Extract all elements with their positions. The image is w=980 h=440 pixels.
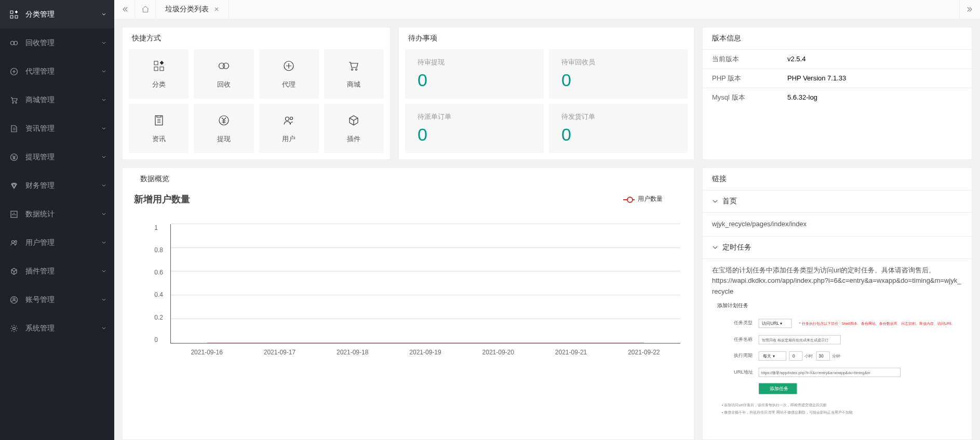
- tabs-next-button[interactable]: [959, 0, 980, 19]
- chevron-down-icon: [101, 183, 106, 188]
- svg-text:* 任务执行包含以下部分：Shell脚本、备份网站、备份数据: * 任务执行包含以下部分：Shell脚本、备份网站、备份数据库、日志切割、释放内…: [799, 322, 952, 326]
- quick-tile[interactable]: 代理: [259, 49, 319, 99]
- todo-label: 待发货订单: [561, 112, 675, 121]
- todo-tile[interactable]: 待派单订单0: [405, 104, 544, 153]
- tabs-prev-button[interactable]: [114, 0, 135, 19]
- svg-point-6: [12, 102, 14, 103]
- todo-tile[interactable]: 待审提现0: [405, 49, 544, 99]
- gear-icon: [8, 322, 20, 335]
- quick-tile-icon: [281, 59, 296, 73]
- svg-text:智慧回收 根据定期自动完成来生成提示订: 智慧回收 根据定期自动完成来生成提示订: [762, 338, 828, 342]
- svg-point-13: [13, 298, 15, 300]
- sidebar-item[interactable]: 分类管理: [0, 0, 114, 29]
- svg-point-10: [12, 240, 15, 243]
- acc-cron-label: 定时任务: [722, 243, 751, 252]
- users-icon: [8, 237, 20, 249]
- sidebar-item[interactable]: 用户管理: [0, 228, 114, 257]
- sidebar-item[interactable]: 系统管理: [0, 314, 114, 342]
- quick-tile[interactable]: 插件: [324, 104, 384, 153]
- chart-panel: 数据概览 新增用户数量 用户数量 10.80.60.40.20 2021-09-…: [122, 168, 694, 440]
- svg-text:分钟: 分钟: [832, 353, 840, 359]
- home-url: wjyk_recycle/pages/index/index: [712, 219, 962, 230]
- sidebar-item[interactable]: 代理管理: [0, 57, 114, 86]
- quick-tile-label: 资讯: [152, 134, 166, 144]
- quick-tile[interactable]: 提现: [194, 104, 253, 153]
- todo-value: 0: [418, 125, 531, 145]
- svg-text:每天 ▾: 每天 ▾: [763, 353, 774, 359]
- quick-tile-label: 商城: [347, 80, 360, 89]
- sidebar-item[interactable]: 提现管理: [0, 143, 114, 171]
- version-key: 当前版本: [703, 49, 778, 68]
- svg-rect-16: [154, 67, 158, 71]
- account-icon: [8, 294, 20, 306]
- todo-panel: 待办事项 待审提现0待审回收员0待派单订单0待发货订单0: [398, 27, 694, 160]
- diamond-icon: [8, 180, 20, 192]
- quick-tile-label: 分类: [152, 80, 166, 89]
- ytick: 0.6: [154, 269, 168, 276]
- chevron-down-icon: [101, 69, 106, 74]
- sidebar-item-label: 分类管理: [25, 10, 101, 19]
- table-row: 当前版本v2.5.4: [703, 49, 972, 68]
- sidebar-item-label: 系统管理: [25, 324, 101, 333]
- accordion-cron[interactable]: 定时任务: [703, 236, 972, 258]
- quick-tile-icon: [217, 113, 231, 128]
- xtick: 2021-09-20: [462, 349, 534, 356]
- cron-text1: 在宝塔的计划任务中添加任务类型为访问url的定时任务。具体请咨询售后。: [712, 265, 962, 276]
- sidebar-item[interactable]: 数据统计: [0, 200, 114, 228]
- quick-tile-label: 提现: [217, 134, 231, 144]
- version-key: Mysql 版本: [703, 88, 778, 107]
- page-content: 快捷方式 分类回收代理商城资讯提现用户插件 待办事项 待审提现0待审回收员0待派…: [114, 19, 980, 440]
- svg-point-25: [286, 117, 289, 120]
- quick-tile[interactable]: 资讯: [129, 104, 189, 153]
- quick-tile[interactable]: 商城: [324, 49, 384, 99]
- svg-text:任务名称: 任务名称: [733, 336, 753, 342]
- todo-tile[interactable]: 待审回收员0: [549, 49, 688, 99]
- cube-icon: [8, 265, 20, 278]
- sidebar-item-label: 插件管理: [25, 267, 101, 276]
- xtick: 2021-09-19: [389, 349, 462, 356]
- svg-text:https://微擎/app/index.php?i=X&c: https://微擎/app/index.php?i=X&c=entry&a=w…: [761, 370, 870, 375]
- svg-text:• 微信金额不补，自说自传后清理  网站不做信息删除，可能会: • 微信金额不补，自说自传后清理 网站不做信息删除，可能会影响正当用户不知晓: [722, 410, 853, 415]
- close-tab-icon[interactable]: ✕: [214, 6, 219, 13]
- svg-rect-15: [154, 61, 158, 65]
- quick-tile[interactable]: 用户: [259, 104, 319, 153]
- version-title: 版本信息: [703, 28, 972, 49]
- active-tab[interactable]: 垃圾分类列表 ✕: [156, 0, 229, 19]
- home-tab[interactable]: [135, 0, 156, 19]
- chevron-down-icon: [712, 244, 718, 251]
- svg-point-26: [290, 117, 293, 119]
- sidebar-item-label: 回收管理: [25, 38, 101, 48]
- recycle-icon: [8, 37, 20, 49]
- ytick: 0.8: [154, 246, 168, 254]
- active-tab-label: 垃圾分类列表: [165, 5, 209, 14]
- todo-tile[interactable]: 待发货订单0: [549, 104, 688, 153]
- quick-tile-icon: [346, 113, 361, 128]
- legend-label: 用户数量: [638, 195, 663, 203]
- sidebar-item[interactable]: 插件管理: [0, 257, 114, 285]
- quick-tile[interactable]: 分类: [129, 49, 189, 99]
- svg-point-22: [356, 68, 357, 70]
- chart-legend[interactable]: 用户数量: [623, 195, 663, 203]
- report-icon: [8, 208, 20, 221]
- version-val: v2.5.4: [778, 49, 972, 68]
- svg-rect-17: [160, 67, 164, 71]
- sidebar-item[interactable]: 商城管理: [0, 86, 114, 114]
- sidebar-item[interactable]: 资讯管理: [0, 114, 114, 143]
- quick-tile-label: 回收: [217, 80, 231, 89]
- table-row: PHP 版本PHP Version 7.1.33: [703, 68, 972, 88]
- ytick: 1: [154, 224, 168, 231]
- accordion-cron-body: 在宝塔的计划任务中添加任务类型为访问url的定时任务。具体请咨询售后。 http…: [703, 258, 972, 439]
- sidebar-item-label: 提现管理: [25, 153, 101, 162]
- sidebar-item[interactable]: 账号管理: [0, 285, 114, 314]
- sidebar-item[interactable]: 回收管理: [0, 29, 114, 57]
- sidebar-item-label: 代理管理: [25, 67, 101, 76]
- version-panel: 版本信息 当前版本v2.5.4PHP 版本PHP Version 7.1.33M…: [702, 27, 972, 160]
- todo-value: 0: [561, 125, 675, 145]
- cron-screenshot: 添加计划任务 任务类型访问URL ▾* 任务执行包含以下部分：Shell脚本、备…: [712, 297, 962, 433]
- svg-text:执行周期: 执行周期: [734, 352, 753, 358]
- accordion-home[interactable]: 首页: [703, 190, 972, 212]
- xtick: 2021-09-17: [243, 349, 316, 356]
- quick-title: 快捷方式: [123, 28, 390, 49]
- sidebar-item[interactable]: 财务管理: [0, 171, 114, 200]
- quick-tile[interactable]: 回收: [194, 49, 253, 99]
